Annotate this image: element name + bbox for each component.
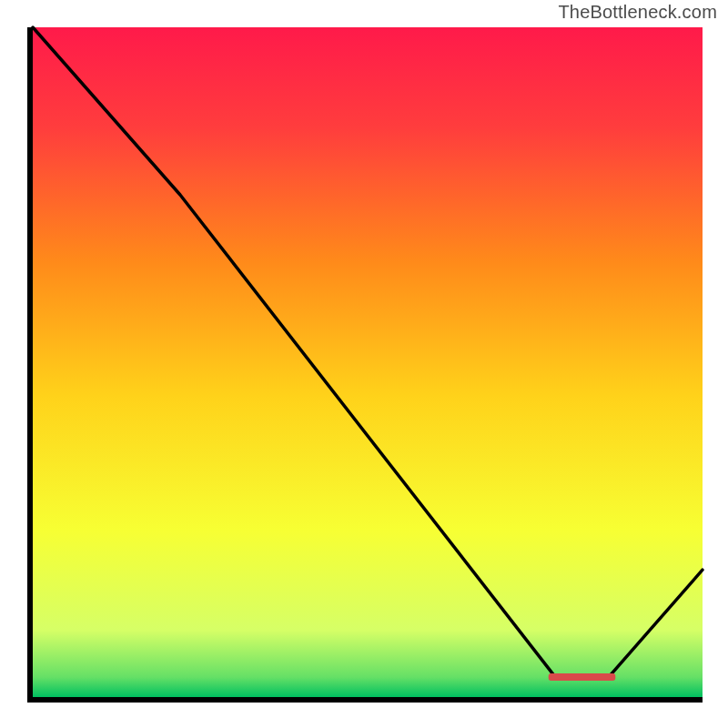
optimal-marker [549, 673, 616, 681]
chart-canvas: TheBottleneck.com [0, 0, 728, 728]
heatmap-background [33, 27, 703, 697]
plot-svg [33, 27, 703, 697]
attribution-label: TheBottleneck.com [558, 2, 717, 23]
